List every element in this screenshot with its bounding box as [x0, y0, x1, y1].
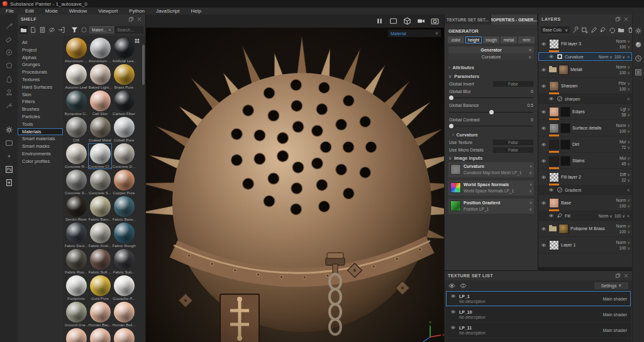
- float-panel-icon[interactable]: [615, 273, 621, 279]
- channel-chip-metal[interactable]: metal: [501, 36, 517, 43]
- tab-properties[interactable]: PROPERTIES - GENER...×: [491, 14, 538, 25]
- shader-mode-dropdown[interactable]: Material ∨: [388, 30, 441, 37]
- visibility-eye-icon[interactable]: [450, 325, 457, 330]
- filter-chip-close-icon[interactable]: ×: [108, 28, 111, 32]
- visibility-eye-icon[interactable]: [450, 294, 457, 299]
- dot-icon[interactable]: [5, 152, 13, 160]
- layer-blend-opacity[interactable]: Norm ∨100 ∨: [616, 240, 630, 251]
- visibility-eye-icon[interactable]: [540, 201, 547, 206]
- float-panel-icon[interactable]: [615, 16, 621, 22]
- param-slider[interactable]: [449, 123, 533, 129]
- material-item[interactable]: Ground Gra...: [64, 302, 88, 328]
- sidebar-item-particles[interactable]: Particles: [18, 113, 63, 121]
- material-item[interactable]: Autumn Leaf: [64, 64, 88, 90]
- layer-blend-opacity[interactable]: Diff ∨22 ∨: [620, 172, 630, 183]
- material-item[interactable]: Gold Pure: [88, 275, 112, 301]
- sidebar-item-all[interactable]: All: [18, 39, 63, 47]
- sidebar-item-materials[interactable]: Materials: [18, 128, 63, 136]
- menu-help[interactable]: Help: [185, 8, 206, 14]
- effect-blend-opacity[interactable]: Norm ∨ 100 ∨: [599, 55, 625, 59]
- eye-off-icon[interactable]: [48, 26, 56, 34]
- layer-blend-opacity[interactable]: Norm ∨100 ∨: [616, 38, 630, 50]
- generator-remove-icon[interactable]: ×: [529, 48, 531, 52]
- slider-knob[interactable]: [449, 96, 453, 100]
- remove-effect-icon[interactable]: ×: [627, 214, 630, 218]
- sidebar-item-environments[interactable]: Environments: [18, 150, 63, 158]
- stamp-icon[interactable]: [581, 26, 588, 33]
- material-item[interactable]: Concrete S...: [88, 170, 112, 196]
- paint-brush-icon[interactable]: [5, 22, 13, 30]
- export-sheet-icon[interactable]: [5, 179, 13, 187]
- pause-icon[interactable]: [375, 17, 384, 25]
- sidebar-item-grunges[interactable]: Grunges: [18, 61, 63, 69]
- material-item[interactable]: Cliff: [64, 117, 88, 143]
- visibility-eye-icon[interactable]: [540, 175, 547, 180]
- slider-knob[interactable]: [489, 110, 494, 114]
- visibility-eye-icon[interactable]: [540, 41, 547, 47]
- material-item[interactable]: Fabric Soft ...: [88, 249, 112, 275]
- sidebar-item-hard-surfaces[interactable]: Hard Surfaces: [18, 84, 63, 91]
- tab-texture-set-settings[interactable]: TEXTURE SET SET...: [445, 14, 491, 25]
- slider-knob[interactable]: [449, 124, 453, 128]
- sidebar-item-color-profiles[interactable]: Color profiles: [18, 158, 63, 165]
- eraser-icon[interactable]: [5, 35, 13, 43]
- toggle-visibility-icon[interactable]: [448, 282, 455, 289]
- menu-file[interactable]: File: [0, 8, 19, 14]
- channel-filter-dropdown[interactable]: Base Colo ∨: [541, 26, 570, 33]
- close-panel-icon[interactable]: [623, 16, 629, 22]
- filter-chip[interactable]: Materi... ×: [89, 26, 114, 33]
- wrench-icon[interactable]: [572, 26, 579, 33]
- material-item[interactable]: Human Bac...: [88, 302, 112, 328]
- visibility-eye-icon[interactable]: [548, 213, 555, 218]
- layer-row[interactable]: MetallNorm ∨100 ∨: [538, 62, 632, 78]
- param-slider[interactable]: [449, 95, 533, 101]
- sidebar-item-textures[interactable]: Textures: [18, 76, 63, 84]
- history-clock-icon[interactable]: [635, 55, 642, 62]
- layer-blend-opacity[interactable]: Pthr ∨100 ∨: [619, 80, 631, 92]
- material-item[interactable]: Brass Pure: [112, 64, 136, 90]
- viewport-3d[interactable]: Material ∨ YXZ: [146, 14, 444, 342]
- layer-row[interactable]: Surface detailsNorm ∨100 ∨: [538, 120, 632, 136]
- material-picker-icon[interactable]: [5, 101, 13, 109]
- material-sphere-icon[interactable]: [635, 41, 642, 48]
- material-item[interactable]: Denim Rivet: [64, 196, 88, 222]
- texture-set-row[interactable]: LP_11No descriptionMain shader: [446, 323, 631, 338]
- funnel-icon[interactable]: [70, 26, 79, 34]
- material-item[interactable]: Gouache P...: [112, 275, 136, 301]
- layer-blend-opacity[interactable]: Norm ∨100 ∨: [616, 197, 630, 209]
- material-item[interactable]: Aluminium ...: [88, 38, 112, 63]
- layer-row[interactable]: Fill layer 3Norm ∨100 ∨: [538, 36, 632, 52]
- material-item[interactable]: Fabric Knitt...: [88, 223, 112, 248]
- projection-icon[interactable]: [5, 48, 13, 57]
- image-input-card[interactable]: Position Gradient×Position LP_1∨: [448, 199, 534, 214]
- effect-row[interactable]: CurvatureNorm ∨ 100 ∨×: [538, 52, 632, 62]
- ps-badge-icon[interactable]: Ps: [5, 165, 13, 174]
- layer-row[interactable]: StainsMul ∨45 ∨: [538, 153, 632, 169]
- remove-effect-icon[interactable]: ×: [627, 188, 630, 192]
- parameters-collapse[interactable]: ∨ Parameters: [445, 72, 538, 80]
- menu-edit[interactable]: Edit: [19, 8, 40, 14]
- layer-row[interactable]: Fill layer 2Diff ∨22 ∨: [538, 169, 632, 185]
- material-item[interactable]: Carbon Fiber: [112, 91, 136, 116]
- render-mode-cube-icon[interactable]: [403, 17, 411, 25]
- visibility-eye-icon[interactable]: [548, 96, 555, 101]
- camera-icon[interactable]: [417, 17, 425, 25]
- material-item[interactable]: Artificial Lea...: [112, 38, 136, 63]
- visibility-eye-icon[interactable]: [540, 67, 547, 72]
- sidebar-item-skin[interactable]: Skin: [18, 91, 63, 99]
- effect-row[interactable]: sharpen×: [538, 94, 632, 104]
- visibility-eye-icon[interactable]: [548, 187, 555, 192]
- screenshot-icon[interactable]: [431, 17, 439, 25]
- channel-chip-rough[interactable]: rough: [483, 36, 499, 43]
- layer-row[interactable]: EdgesLgt ∨58 ∨: [538, 104, 632, 120]
- sidebar-item-alphas[interactable]: Alphas: [18, 54, 63, 62]
- layer-blend-opacity[interactable]: Lgt ∨58 ∨: [620, 106, 630, 118]
- generator-select[interactable]: Curvature ∨: [448, 53, 534, 60]
- smart-material-icon[interactable]: [609, 26, 616, 33]
- material-item[interactable]: Fabric Base...: [112, 196, 136, 222]
- material-item[interactable]: Fabric Rough: [112, 223, 136, 248]
- texture-set-row[interactable]: LP_10No descriptionMain shader: [446, 307, 631, 322]
- layer-list-icon[interactable]: [635, 69, 642, 76]
- display-frame-icon[interactable]: [389, 17, 397, 25]
- folder-open-icon[interactable]: [19, 26, 28, 34]
